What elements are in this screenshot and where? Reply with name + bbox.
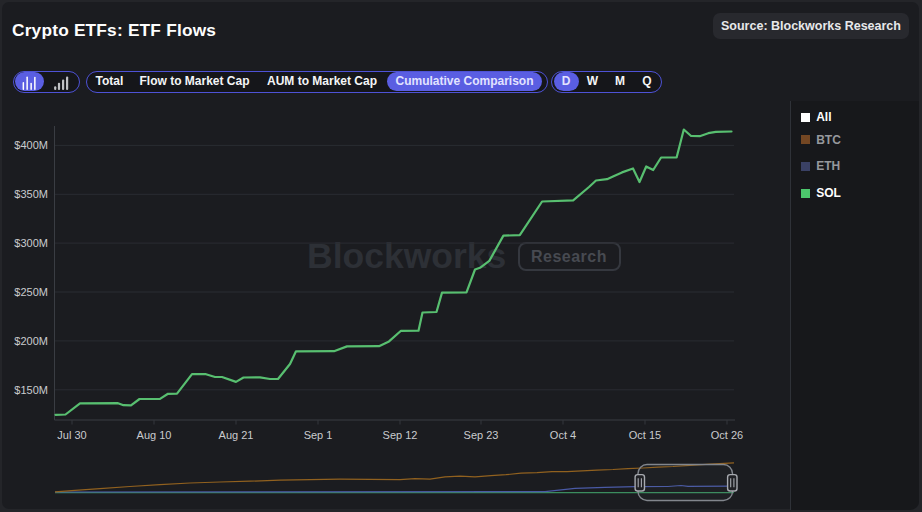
svg-text:Sep 12: Sep 12	[383, 429, 418, 441]
svg-text:Aug 10: Aug 10	[137, 429, 172, 441]
svg-text:$250M: $250M	[14, 286, 48, 298]
svg-text:$150M: $150M	[14, 384, 48, 396]
svg-text:Sep 23: Sep 23	[464, 429, 499, 441]
svg-text:Jul 30: Jul 30	[57, 429, 86, 441]
svg-text:$300M: $300M	[14, 237, 48, 249]
svg-text:Oct 15: Oct 15	[629, 429, 661, 441]
svg-text:$400M: $400M	[14, 139, 48, 151]
svg-text:$350M: $350M	[14, 188, 48, 200]
svg-text:Oct 4: Oct 4	[550, 429, 576, 441]
svg-text:$200M: $200M	[14, 335, 48, 347]
svg-text:Aug 21: Aug 21	[219, 429, 254, 441]
svg-text:Sep 1: Sep 1	[304, 429, 333, 441]
svg-text:Oct 26: Oct 26	[711, 429, 743, 441]
